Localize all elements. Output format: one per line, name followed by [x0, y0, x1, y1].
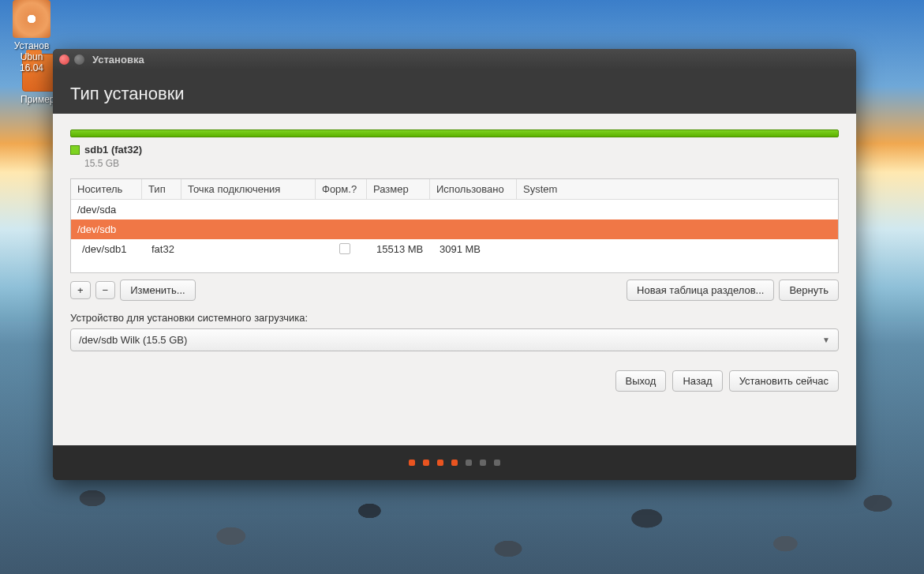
cell-type	[142, 222, 181, 237]
chevron-down-icon: ▼	[822, 336, 830, 344]
add-partition-button[interactable]: +	[70, 281, 91, 299]
cell-used: 3091 MB	[433, 242, 520, 258]
col-size[interactable]: Размер	[367, 179, 430, 199]
footer-buttons: Выход Назад Установить сейчас	[70, 351, 839, 403]
cell-device: /dev/sdb	[71, 222, 142, 237]
dropdown-value: /dev/sdb Wilk (15.5 GB)	[79, 334, 187, 346]
cell-mount	[181, 222, 316, 237]
cell-type	[142, 202, 181, 217]
page-title: Тип установки	[70, 84, 839, 104]
col-system[interactable]: System	[517, 179, 838, 199]
cell-size: 15513 MB	[370, 242, 433, 258]
titlebar[interactable]: Установка	[53, 49, 856, 69]
cell-mount	[185, 242, 319, 258]
partition-toolbar: + − Изменить... Новая таблица разделов..…	[70, 279, 839, 301]
cell-format	[319, 242, 370, 258]
install-now-button[interactable]: Установить сейчас	[729, 370, 839, 392]
change-partition-button[interactable]: Изменить...	[120, 279, 195, 301]
col-type[interactable]: Тип	[142, 179, 181, 199]
remove-partition-button[interactable]: −	[95, 281, 116, 299]
cell-device: /dev/sdb1	[71, 242, 145, 258]
partition-color-swatch	[70, 145, 80, 155]
col-format[interactable]: Форм.?	[316, 179, 367, 199]
step-dot[interactable]	[494, 460, 500, 466]
step-dot[interactable]	[409, 460, 415, 466]
partition-size: 15.5 GB	[84, 158, 839, 169]
cell-used	[430, 222, 517, 237]
table-row[interactable]: /dev/sdb	[71, 219, 838, 239]
minimize-icon[interactable]	[74, 54, 84, 65]
table-header: Носитель Тип Точка подключения Форм.? Ра…	[71, 179, 838, 200]
cell-format	[316, 222, 367, 237]
step-dot[interactable]	[480, 460, 486, 466]
cell-size	[367, 222, 430, 237]
header-area: Тип установки	[53, 69, 856, 114]
cell-size	[367, 202, 430, 217]
step-dot[interactable]	[423, 460, 429, 466]
window-title: Установка	[92, 54, 144, 66]
bootloader-label: Устройство для установки системного загр…	[70, 312, 839, 324]
checkbox-icon[interactable]	[339, 243, 350, 254]
cell-mount	[181, 202, 316, 217]
installer-window: Установка Тип установки sdb1 (fat32) 15.…	[53, 49, 856, 480]
cell-type: fat32	[145, 242, 185, 258]
cd-icon	[13, 0, 51, 38]
bootloader-device-dropdown[interactable]: /dev/sdb Wilk (15.5 GB) ▼	[70, 328, 839, 351]
cell-format	[316, 202, 367, 217]
step-dot[interactable]	[451, 460, 458, 466]
progress-dots	[53, 445, 856, 480]
step-dot[interactable]	[437, 460, 443, 466]
quit-button[interactable]: Выход	[615, 370, 667, 392]
cell-used	[430, 202, 517, 217]
col-used[interactable]: Использовано	[430, 179, 517, 199]
col-mount[interactable]: Точка подключения	[181, 179, 316, 199]
back-button[interactable]: Назад	[672, 370, 722, 392]
partition-table[interactable]: Носитель Тип Точка подключения Форм.? Ра…	[70, 178, 839, 273]
revert-button[interactable]: Вернуть	[779, 279, 839, 301]
new-partition-table-button[interactable]: Новая таблица разделов...	[627, 279, 774, 301]
content-area: sdb1 (fat32) 15.5 GB Носитель Тип Точка …	[53, 114, 856, 445]
step-dot[interactable]	[466, 460, 472, 466]
table-row[interactable]: /dev/sda	[71, 200, 838, 219]
partition-name: sdb1 (fat32)	[84, 144, 142, 156]
table-row[interactable]: /dev/sdb1fat3215513 MB3091 MB	[71, 239, 838, 261]
disk-usage-bar[interactable]	[70, 129, 839, 137]
col-device[interactable]: Носитель	[71, 179, 142, 199]
cell-device: /dev/sda	[71, 202, 142, 217]
close-icon[interactable]	[59, 54, 69, 65]
